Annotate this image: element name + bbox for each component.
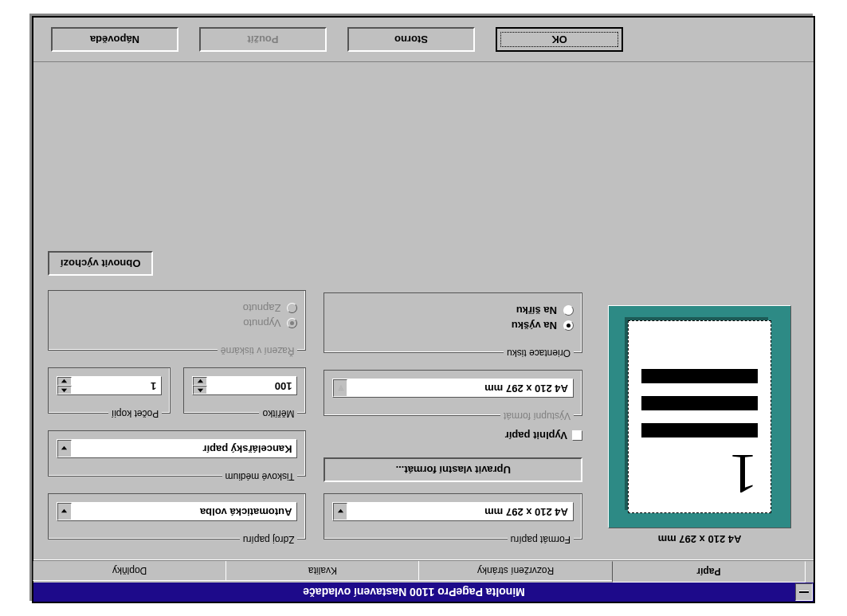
output-format-legend: Výstupní formát: [500, 410, 574, 422]
svg-rect-10: [340, 387, 341, 388]
titlebar: Minolta PagePro 1100 Nastavení ovladače: [33, 583, 814, 602]
output-format-group: Výstupní formát A4 210 x 297 mm: [324, 370, 583, 422]
svg-marker-14: [198, 389, 203, 393]
copies-value: 1: [72, 377, 161, 394]
collate-off-radio: Vypnuto: [57, 317, 298, 329]
apply-button[interactable]: Použít: [199, 27, 327, 52]
copies-group: Počet kopií 1: [48, 367, 171, 419]
orientation-legend: Orientace tisku: [504, 347, 574, 359]
output-format-value: A4 210 x 297 mm: [348, 379, 574, 397]
svg-marker-15: [198, 379, 203, 383]
tab-doplnky[interactable]: Doplňky: [33, 561, 226, 581]
tab-kvalita[interactable]: Kvalita: [225, 561, 419, 581]
svg-marker-16: [61, 389, 67, 393]
scale-group: Měřítko 100: [183, 367, 306, 419]
dialog-window: Minolta PagePro 1100 Nastavení ovladače …: [32, 16, 815, 603]
copies-spinner[interactable]: 1: [57, 376, 162, 395]
print-media-value: Kancelářský papír: [72, 440, 297, 457]
radio-icon: [563, 320, 574, 331]
collate-off-label: Vypnuto: [243, 317, 280, 329]
orientation-portrait-label: Na výšku: [512, 320, 557, 332]
orientation-group: Orientace tisku Na výšku Na šířku: [324, 292, 583, 359]
print-media-legend: Tiskové médium: [222, 471, 298, 482]
window-title: Minolta PagePro 1100 Nastavení ovladače: [33, 586, 794, 598]
tab-rozvrzeni[interactable]: Rozvržení stránky: [419, 561, 613, 581]
svg-marker-13: [61, 446, 67, 450]
checkbox-icon: [572, 430, 582, 441]
system-menu-icon[interactable]: [795, 583, 813, 601]
collate-group: Řazení v tiskárně Vypnuto Zapnuto: [48, 290, 307, 356]
scale-value: 100: [207, 377, 296, 394]
print-media-combo[interactable]: Kancelářský papír: [57, 439, 298, 458]
restore-defaults-button[interactable]: Obnovit výchozí: [48, 251, 153, 276]
preview-page: 1: [628, 320, 771, 513]
paper-format-value: A4 210 x 297 mm: [348, 503, 574, 520]
chevron-up-icon[interactable]: [193, 386, 207, 394]
page-preview: 1: [608, 305, 791, 528]
svg-marker-12: [61, 509, 67, 513]
svg-rect-4: [340, 390, 341, 391]
help-button[interactable]: Nápověda: [51, 27, 178, 52]
svg-rect-11: [341, 386, 342, 386]
collate-on-radio: Zapnuto: [57, 302, 298, 314]
paper-source-legend: Zdroj papíru: [240, 534, 298, 545]
tab-strip: Papír Rozvržení stránky Kvalita Doplňky: [33, 560, 814, 583]
radio-icon: [288, 318, 298, 328]
preview-page-number: 1: [641, 450, 758, 498]
chevron-down-icon[interactable]: [334, 503, 348, 520]
preview-line: [641, 423, 758, 437]
copies-legend: Počet kopií: [108, 408, 162, 419]
fill-paper-label: Vyplnit papír: [505, 430, 567, 441]
output-format-combo[interactable]: A4 210 x 297 mm: [333, 379, 574, 398]
chevron-down-icon[interactable]: [57, 503, 72, 520]
preview-size-label: A4 210 x 297 mm: [658, 533, 742, 545]
svg-rect-9: [341, 387, 342, 388]
svg-rect-5: [339, 390, 339, 391]
paper-format-group: Formát papíru A4 210 x 297 mm: [324, 493, 583, 545]
paper-source-value: Automatická volba: [72, 503, 297, 520]
collate-on-label: Zapnuto: [243, 302, 281, 314]
paper-format-combo[interactable]: A4 210 x 297 mm: [333, 502, 574, 521]
scale-spinner[interactable]: 100: [192, 376, 297, 395]
svg-rect-6: [342, 389, 343, 390]
cancel-button[interactable]: Storno: [347, 27, 475, 52]
tab-papir[interactable]: Papír: [612, 561, 806, 583]
chevron-down-icon[interactable]: [57, 440, 72, 457]
orientation-portrait-radio[interactable]: Na výšku: [333, 320, 574, 332]
preview-line: [641, 396, 758, 410]
chevron-down-icon[interactable]: [57, 377, 72, 386]
paper-source-group: Zdroj papíru Automatická volba: [48, 493, 307, 545]
chevron-up-icon[interactable]: [57, 386, 72, 394]
paper-format-legend: Formát papíru: [508, 534, 574, 545]
radio-icon: [288, 303, 298, 313]
radio-icon: [563, 305, 574, 316]
orientation-landscape-radio[interactable]: Na šířku: [333, 304, 574, 316]
pattern-down-icon[interactable]: [334, 379, 348, 397]
print-media-group: Tiskové médium Kancelářský papír: [48, 430, 307, 482]
tab-content: A4 210 x 297 mm 1 Formát papíru A4 210 x…: [33, 62, 814, 560]
svg-rect-2: [343, 390, 343, 391]
paper-source-combo[interactable]: Automatická volba: [57, 502, 298, 521]
ok-button[interactable]: OK: [496, 27, 623, 52]
svg-rect-3: [341, 390, 342, 391]
svg-marker-0: [338, 509, 343, 513]
orientation-landscape-label: Na šířku: [516, 304, 557, 316]
scale-legend: Měřítko: [259, 408, 297, 419]
fill-paper-checkbox[interactable]: Vyplnit papír: [324, 430, 583, 441]
preview-line: [641, 369, 758, 383]
svg-rect-8: [339, 389, 340, 390]
collate-legend: Řazení v tiskárně: [218, 345, 298, 356]
chevron-down-icon[interactable]: [193, 377, 207, 386]
edit-custom-format-button[interactable]: Upravit vlastní formát...: [324, 457, 583, 482]
dialog-footer: OK Storno Použít Nápověda: [33, 18, 814, 62]
svg-marker-17: [61, 379, 67, 383]
svg-rect-7: [341, 389, 342, 390]
